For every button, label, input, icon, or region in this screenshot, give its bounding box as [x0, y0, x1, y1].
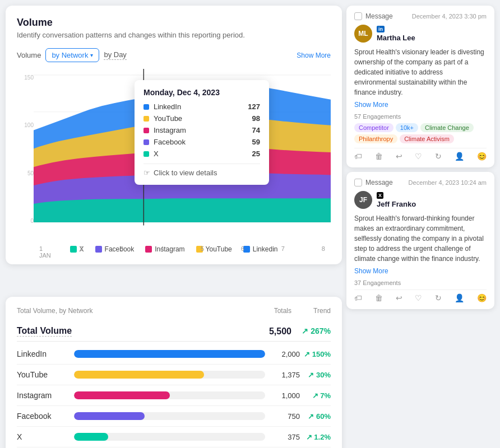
table-row: LinkedIn 2,000 ↗ 150% [17, 344, 331, 365]
message-body-2: Sprout Health's forward-thinking founder… [354, 213, 487, 264]
message-timestamp-1: December 4, 2023 3:30 pm [412, 13, 487, 20]
delete-icon[interactable]: 🗑 [375, 152, 383, 161]
message-header-1: Message December 4, 2023 3:30 pm [354, 12, 487, 20]
message-body-1: Sprout Health's visionary leader is dive… [354, 47, 487, 97]
author-avatar-1: ML [354, 25, 372, 43]
table-header: Total Volume, by Network Totals Trend [17, 307, 331, 315]
chart-tooltip: Monday, Dec 4, 2023 LinkedIn 127 YouTube… [135, 80, 269, 185]
tooltip-row-youtube: YouTube 98 [143, 114, 260, 123]
tooltip-row-linkedin: LinkedIn 127 [143, 102, 260, 111]
tag-10k[interactable]: 10k+ [396, 123, 418, 132]
tooltip-action[interactable]: ☞ Click to view details [143, 164, 260, 177]
chart-controls: Volume by Network ▾ by Day Show More [17, 48, 331, 62]
tag-action-icon-2[interactable]: 🏷 [354, 293, 362, 302]
message-checkbox-label[interactable]: Message [354, 12, 393, 20]
chart-panel: Volume Identify conversation patterns an… [6, 6, 342, 264]
tag-climate-activism[interactable]: Climate Activism [400, 134, 454, 143]
engagements-count-2: 37 Engagements [354, 279, 487, 286]
message-card-2: Message December 4, 2023 10:24 am JF X J… [346, 172, 494, 309]
show-more-link-1[interactable]: Show More [354, 101, 487, 109]
trend-header: Trend [297, 307, 331, 315]
linkedin-bar [74, 350, 265, 358]
reply-icon-2[interactable]: ↩ [396, 293, 402, 302]
total-number: 5,500 [258, 326, 291, 337]
table-col-headers: Totals Trend [258, 307, 331, 315]
instagram-bar-container [74, 391, 265, 399]
tag-climate-change[interactable]: Climate Change [420, 123, 474, 132]
author-avatar-2: JF [354, 191, 372, 209]
retweet-icon[interactable]: ↻ [435, 152, 442, 161]
total-label: Total Volume [17, 326, 72, 337]
x-bar [74, 433, 108, 441]
volume-label: Volume [17, 51, 41, 59]
table-row: Instagram 1,000 ↗ 7% [17, 385, 331, 406]
youtube-bar-container [74, 371, 265, 379]
message-author-2: JF X Jeff Franko [354, 191, 487, 209]
author-name-2: Jeff Franko [377, 200, 416, 208]
emoji-icon[interactable]: 😊 [477, 152, 487, 161]
facebook-bar-container [74, 412, 265, 420]
table-row: Facebook 750 ↗ 60% [17, 406, 331, 427]
tag-philanthropy[interactable]: Philanthropy [354, 134, 397, 143]
chart-subtitle: Identify conversation patterns and chang… [17, 31, 331, 39]
heart-icon-2[interactable]: ♡ [415, 293, 422, 302]
action-bar-2: 🏷 🗑 ↩ ♡ ↻ 👤 😊 [354, 290, 487, 302]
messages-panel: Message December 4, 2023 3:30 pm ML in M… [346, 6, 494, 309]
x-axis: 1 2 3 4 5 6 7 8 [34, 245, 331, 252]
y-axis-labels: 150 100 50 0 [17, 74, 34, 224]
tag-action-icon[interactable]: 🏷 [354, 152, 362, 161]
message-checkbox-label-2[interactable]: Message [354, 179, 393, 186]
engagements-count-1: 57 Engagements [354, 113, 487, 120]
tooltip-row-instagram: Instagram 74 [143, 126, 260, 134]
tooltip-row-facebook: Facebook 59 [143, 138, 260, 146]
message-author-1: ML in Martha Lee [354, 25, 487, 43]
tooltip-date: Monday, Dec 4, 2023 [143, 88, 260, 97]
totals-header: Totals [258, 307, 291, 315]
assign-icon[interactable]: 👤 [455, 152, 464, 161]
linkedin-icon: in [377, 26, 385, 32]
chart-wrapper: 150 100 50 0 [17, 69, 331, 241]
message-header-2: Message December 4, 2023 10:24 am [354, 179, 487, 186]
x-icon: X [377, 192, 383, 199]
message-checkbox-1[interactable] [354, 12, 362, 20]
day-label: by Day [104, 50, 126, 60]
delete-icon-2[interactable]: 🗑 [375, 293, 383, 302]
total-trend: ↗ 267% [297, 326, 331, 337]
tag-competitor[interactable]: Competitor [354, 123, 393, 132]
reply-icon[interactable]: ↩ [396, 152, 402, 161]
action-bar-1: 🏷 🗑 ↩ ♡ ↻ 👤 😊 [354, 148, 487, 161]
table-row: YouTube 1,375 ↗ 30% [17, 365, 331, 385]
facebook-bar [74, 412, 145, 420]
show-more-button-top[interactable]: Show More [297, 52, 331, 59]
table-row: X 375 ↗ 1.2% [17, 427, 331, 447]
youtube-bar [74, 371, 204, 379]
heart-icon[interactable]: ♡ [415, 152, 422, 161]
assign-icon-2[interactable]: 👤 [455, 293, 464, 302]
message-checkbox-2[interactable] [354, 179, 362, 186]
emoji-icon-2[interactable]: 😊 [477, 293, 487, 302]
tooltip-row-x: X 25 [143, 150, 260, 158]
table-section-label: Total Volume, by Network [17, 307, 92, 315]
message-timestamp-2: December 4, 2023 10:24 am [409, 179, 487, 186]
chart-inner: Monday, Dec 4, 2023 LinkedIn 127 YouTube… [34, 69, 331, 241]
total-volume-row: Total Volume 5,500 ↗ 267% [17, 321, 331, 342]
instagram-bar [74, 391, 170, 399]
message-card-1: Message December 4, 2023 3:30 pm ML in M… [346, 6, 494, 167]
retweet-icon-2[interactable]: ↻ [435, 293, 442, 302]
linkedin-bar-container [74, 350, 265, 358]
author-name-1: Martha Lee [377, 34, 415, 42]
x-bar-container [74, 433, 265, 441]
x-axis-title: JAN [34, 252, 331, 259]
table-panel: Total Volume, by Network Totals Trend To… [6, 297, 342, 448]
tags-row-1: Competitor 10k+ Climate Change Philanthr… [354, 123, 487, 143]
show-more-link-2[interactable]: Show More [354, 267, 487, 275]
chart-title: Volume [17, 17, 331, 29]
network-dropdown[interactable]: by Network ▾ [45, 48, 99, 62]
